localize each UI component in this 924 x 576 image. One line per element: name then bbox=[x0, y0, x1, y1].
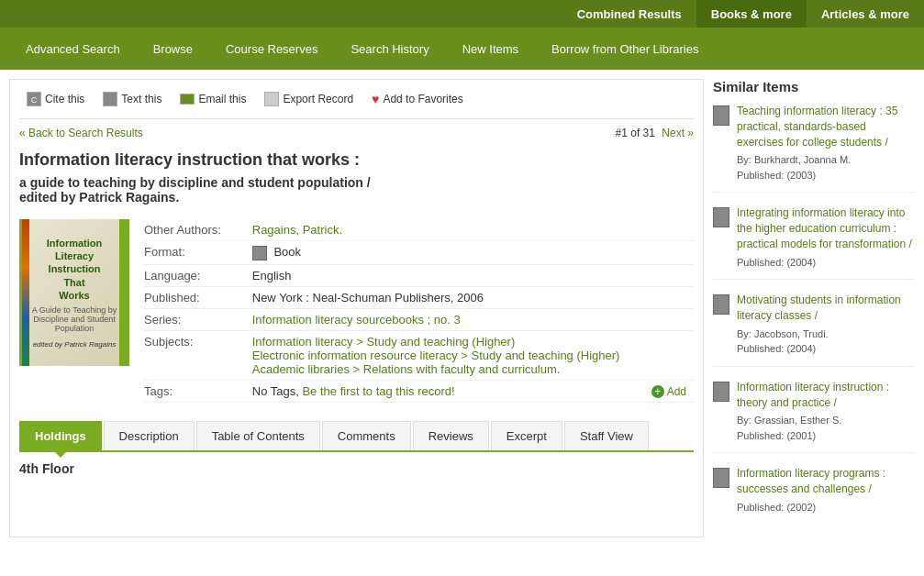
meta-row-published: Published: New York : Neal-Schuman Publi… bbox=[144, 286, 694, 308]
record-subtitle: a guide to teaching by discipline and st… bbox=[19, 175, 694, 205]
cover-title: InformationLiteracyInstructionThatWorks bbox=[47, 237, 103, 302]
meta-value-series: Information literacy sourcebooks ; no. 3 bbox=[252, 308, 694, 330]
meta-row-other-authors: Other Authors: Ragains, Patrick. bbox=[144, 219, 694, 241]
tag-plus-icon: + bbox=[651, 385, 664, 398]
no-tags-text: No Tags, bbox=[252, 384, 299, 398]
similar-book-icon-4 bbox=[713, 468, 729, 488]
similar-item-1: Integrating information literacy into th… bbox=[713, 205, 915, 280]
nav-course-reserves[interactable]: Course Reserves bbox=[209, 28, 334, 70]
similar-item-info-0: Teaching information literacy : 35 pract… bbox=[737, 104, 915, 183]
text-button[interactable]: Text this bbox=[95, 89, 169, 109]
tab-comments[interactable]: Comments bbox=[322, 421, 411, 450]
book-format-icon bbox=[252, 246, 267, 260]
meta-row-format: Format: Book bbox=[144, 241, 694, 265]
articles-more-btn[interactable]: Articles & more bbox=[807, 0, 924, 28]
sidebar: Similar Items Teaching information liter… bbox=[713, 79, 915, 537]
similar-book-icon-0 bbox=[713, 105, 729, 126]
similar-item-meta-2: By: Jacobson, Trudi. Published: (2004) bbox=[737, 327, 915, 357]
sidebar-title: Similar Items bbox=[713, 79, 915, 94]
tab-holdings[interactable]: Holdings bbox=[19, 421, 102, 450]
cover-author: edited by Patrick Ragains bbox=[33, 340, 117, 349]
nav-borrow[interactable]: Borrow from Other Libraries bbox=[535, 28, 715, 70]
next-link[interactable]: Next » bbox=[662, 127, 694, 139]
format-value: Book bbox=[273, 245, 301, 259]
record-title: Information literacy instruction that wo… bbox=[19, 150, 694, 170]
favorites-button[interactable]: ♥ Add to Favorites bbox=[364, 89, 471, 109]
meta-row-subjects: Subjects: Information literacy > Study a… bbox=[144, 330, 694, 380]
email-icon bbox=[180, 94, 195, 105]
top-nav: Combined Results Books & more Articles &… bbox=[0, 0, 924, 28]
meta-row-series: Series: Information literacy sourcebooks… bbox=[144, 308, 694, 330]
export-button[interactable]: Export Record bbox=[257, 89, 361, 109]
similar-item-3: Information literacy instruction : theor… bbox=[713, 380, 915, 454]
subject-link-1[interactable]: Electronic information resource literacy… bbox=[252, 349, 620, 362]
similar-item-title-3[interactable]: Information literacy instruction : theor… bbox=[737, 380, 915, 411]
combined-results-btn[interactable]: Combined Results bbox=[562, 0, 696, 28]
similar-book-icon-2 bbox=[713, 294, 729, 315]
similar-item-info-1: Integrating information literacy into th… bbox=[737, 205, 915, 270]
meta-row-language: Language: English bbox=[144, 264, 694, 286]
similar-item-title-0[interactable]: Teaching information literacy : 35 pract… bbox=[737, 104, 915, 150]
meta-label-series: Series: bbox=[144, 308, 252, 330]
similar-item-info-3: Information literacy instruction : theor… bbox=[737, 380, 915, 444]
cover-subtitle: A Guide to Teaching byDiscipline and Stu… bbox=[32, 305, 117, 333]
similar-item-0: Teaching information literacy : 35 pract… bbox=[713, 104, 915, 193]
main-content: C Cite this Text this Email this Export … bbox=[9, 79, 704, 537]
similar-item-title-4[interactable]: Information literacy programs : successe… bbox=[737, 466, 915, 497]
similar-item-meta-1: Published: (2004) bbox=[737, 255, 915, 271]
add-tag-button[interactable]: + Add bbox=[651, 385, 686, 398]
subject-link-2[interactable]: Academic libraries > Relations with facu… bbox=[252, 362, 561, 376]
pagination-info: #1 of 31 Next » bbox=[616, 127, 694, 139]
tabs-container: Holdings Description Table of Contents C… bbox=[19, 421, 694, 452]
tab-staff-view[interactable]: Staff View bbox=[564, 421, 649, 450]
similar-book-icon-3 bbox=[713, 382, 729, 402]
pagination-count: #1 of 31 bbox=[616, 127, 655, 139]
breadcrumb-row: « Back to Search Results #1 of 31 Next » bbox=[19, 127, 694, 139]
cite-button[interactable]: C Cite this bbox=[19, 89, 92, 109]
back-to-results-link[interactable]: « Back to Search Results bbox=[19, 127, 143, 139]
nav-new-items[interactable]: New Items bbox=[446, 28, 535, 70]
nav-search-history[interactable]: Search History bbox=[334, 28, 445, 70]
series-link[interactable]: Information literacy sourcebooks ; no. 3 bbox=[252, 313, 461, 327]
similar-item-2: Motivating students in information liter… bbox=[713, 293, 915, 367]
book-cover: InformationLiteracyInstructionThatWorks … bbox=[19, 219, 129, 366]
similar-item-title-1[interactable]: Integrating information literacy into th… bbox=[737, 205, 915, 251]
first-to-tag-link[interactable]: Be the first to tag this record! bbox=[302, 384, 454, 398]
metadata-table: Other Authors: Ragains, Patrick. Format:… bbox=[144, 219, 694, 403]
meta-value-subjects: Information literacy > Study and teachin… bbox=[252, 330, 694, 380]
tab-excerpt[interactable]: Excerpt bbox=[491, 421, 562, 450]
meta-label-subjects: Subjects: bbox=[144, 330, 252, 380]
holdings-content: 4th Floor bbox=[19, 452, 694, 485]
similar-item-meta-3: By: Grassian, Esther S. Published: (2001… bbox=[737, 413, 915, 443]
nav-advanced-search[interactable]: Advanced Search bbox=[9, 28, 137, 70]
subject-link-0[interactable]: Information literacy > Study and teachin… bbox=[252, 335, 516, 349]
meta-label-published: Published: bbox=[144, 286, 252, 308]
toolbar: C Cite this Text this Email this Export … bbox=[19, 89, 694, 119]
nav-browse[interactable]: Browse bbox=[137, 28, 209, 70]
holdings-floor: 4th Floor bbox=[19, 461, 74, 476]
cover-inner: InformationLiteracyInstructionThatWorks … bbox=[22, 219, 127, 366]
meta-label-language: Language: bbox=[144, 264, 252, 286]
email-label: Email this bbox=[198, 93, 246, 105]
similar-item-info-4: Information literacy programs : successe… bbox=[737, 466, 915, 515]
tab-table-of-contents[interactable]: Table of Contents bbox=[196, 421, 320, 450]
text-icon bbox=[103, 92, 117, 106]
content-wrapper: C Cite this Text this Email this Export … bbox=[0, 70, 924, 547]
meta-label-format: Format: bbox=[144, 241, 252, 265]
similar-item-4: Information literacy programs : successe… bbox=[713, 466, 915, 524]
tab-description[interactable]: Description bbox=[104, 421, 195, 450]
meta-value-other-authors: Ragains, Patrick. bbox=[252, 219, 694, 241]
books-more-btn[interactable]: Books & more bbox=[696, 0, 807, 28]
other-authors-link[interactable]: Ragains, Patrick. bbox=[252, 223, 342, 237]
meta-row-tags: Tags: No Tags, Be the first to tag this … bbox=[144, 380, 694, 402]
similar-item-info-2: Motivating students in information liter… bbox=[737, 293, 915, 357]
meta-value-format: Book bbox=[252, 241, 694, 265]
email-button[interactable]: Email this bbox=[173, 90, 253, 108]
meta-value-language: English bbox=[252, 264, 694, 286]
cite-icon: C bbox=[27, 92, 41, 106]
tab-reviews[interactable]: Reviews bbox=[413, 421, 489, 450]
similar-book-icon-1 bbox=[713, 207, 729, 227]
cite-label: Cite this bbox=[45, 93, 84, 105]
export-icon bbox=[264, 92, 279, 106]
similar-item-title-2[interactable]: Motivating students in information liter… bbox=[737, 293, 915, 324]
